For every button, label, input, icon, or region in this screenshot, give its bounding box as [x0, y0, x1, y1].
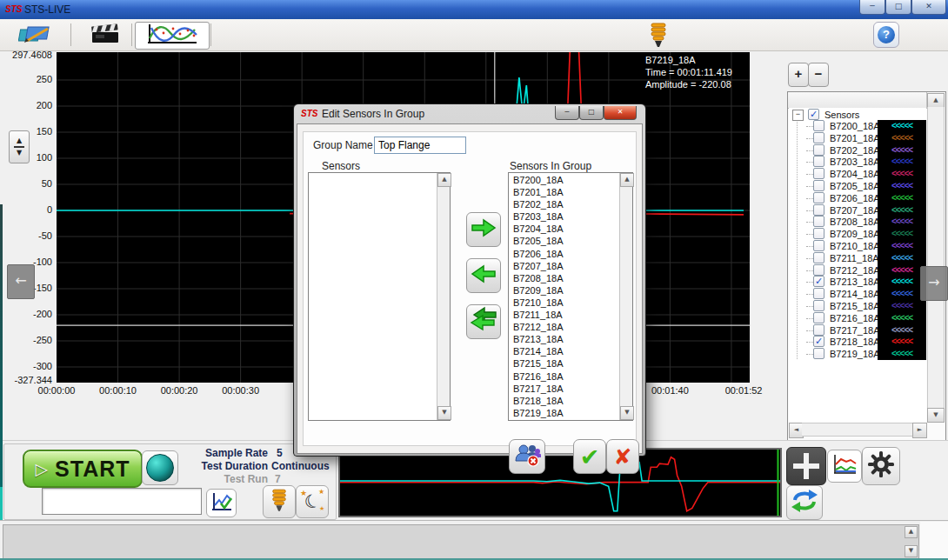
- sensor-checkbox[interactable]: ✓: [813, 336, 824, 347]
- tree-row[interactable]: B7209_18A<<<<<: [789, 228, 926, 240]
- sensor-label[interactable]: B7203_18A: [830, 156, 880, 168]
- page-back-button[interactable]: ←: [7, 264, 35, 299]
- tree-row[interactable]: B7203_18A<<<<<: [789, 156, 926, 168]
- tree-horizontal-scrollbar[interactable]: [802, 423, 912, 437]
- scroll-up-icon[interactable]: ▲: [620, 173, 634, 187]
- in-group-item[interactable]: B7213_18A: [509, 333, 618, 345]
- in-group-item[interactable]: B7219_18A: [509, 407, 618, 419]
- tree-row[interactable]: B7202_18A<<<<<: [789, 144, 926, 157]
- sensor-checkbox[interactable]: [813, 312, 824, 323]
- in-group-item[interactable]: B7202_18A: [509, 198, 618, 210]
- remove-from-group-button[interactable]: [466, 258, 501, 293]
- root-checkbox[interactable]: ✓: [808, 109, 819, 120]
- settings-button[interactable]: [862, 447, 900, 485]
- refresh-button[interactable]: [786, 485, 823, 520]
- sensor-checkbox[interactable]: [813, 216, 824, 227]
- status-log-box[interactable]: ▲ ▼: [3, 524, 919, 559]
- sensor-checkbox[interactable]: [813, 348, 824, 359]
- sensor-checkbox[interactable]: [813, 132, 824, 143]
- tree-row[interactable]: B7216_18A<<<<<: [789, 312, 926, 324]
- minimize-button[interactable]: ─: [859, 0, 885, 15]
- in-group-item[interactable]: B7207_18A: [509, 260, 618, 272]
- in-group-item[interactable]: B7212_18A: [509, 321, 618, 333]
- ok-button[interactable]: ✔: [573, 439, 606, 474]
- tree-row[interactable]: ✓B7218_18A<<<<<: [789, 336, 926, 348]
- in-group-item[interactable]: B7216_18A: [509, 370, 618, 383]
- in-group-item[interactable]: B7200_18A: [509, 174, 618, 186]
- sensor-label[interactable]: B7209_18A: [830, 228, 880, 240]
- remove-all-button[interactable]: [466, 304, 501, 339]
- sensor-label[interactable]: B7215_18A: [830, 300, 880, 312]
- sensor-checkbox[interactable]: [813, 168, 824, 179]
- in-group-item[interactable]: B7205_18A: [509, 235, 618, 247]
- sensor-checkbox[interactable]: [813, 120, 824, 131]
- sensor-label[interactable]: B7206_18A: [830, 192, 880, 204]
- in-group-item[interactable]: B7210_18A: [509, 297, 618, 309]
- sensor-checkbox[interactable]: [813, 144, 824, 156]
- in-group-item[interactable]: B7218_18A: [509, 395, 618, 407]
- tree-row[interactable]: B7205_18A<<<<<: [789, 180, 926, 192]
- in-group-item[interactable]: B7215_18A: [509, 357, 618, 370]
- sensor-label[interactable]: B7214_18A: [830, 288, 880, 300]
- sensor-label[interactable]: B7216_18A: [830, 312, 880, 324]
- tree-row[interactable]: B7214_18A<<<<<: [789, 288, 926, 300]
- start-button[interactable]: ▷ START: [23, 450, 143, 488]
- in-group-item[interactable]: B7209_18A: [509, 284, 618, 297]
- tree-row[interactable]: B7208_18A<<<<<: [789, 216, 926, 228]
- tab-charts[interactable]: [135, 22, 210, 50]
- zoom-in-button[interactable]: +: [788, 63, 809, 87]
- graph-style-button[interactable]: [827, 450, 862, 483]
- sensor-label[interactable]: B7204_18A: [830, 168, 880, 180]
- close-button[interactable]: ✕: [911, 0, 946, 15]
- sensor-checkbox[interactable]: ✓: [813, 276, 824, 287]
- sensor-checkbox[interactable]: [813, 288, 824, 299]
- sensor-label[interactable]: B7210_18A: [830, 240, 880, 252]
- tree-row[interactable]: B7217_18A<<<<<: [789, 324, 926, 337]
- notes-input[interactable]: [42, 488, 202, 515]
- sensor-label[interactable]: B7202_18A: [830, 144, 880, 157]
- night-mode-button[interactable]: ☾ ★ ★ ★: [296, 485, 329, 518]
- tree-scroll-up-icon[interactable]: ▲: [927, 93, 945, 108]
- run-indicator-button[interactable]: [142, 450, 178, 485]
- log-scroll-down-icon[interactable]: ▼: [905, 545, 918, 557]
- sensor-checkbox[interactable]: [813, 300, 824, 311]
- in-group-item[interactable]: B7201_18A: [509, 186, 618, 198]
- sensor-label[interactable]: B7213_18A: [830, 276, 880, 288]
- tree-row[interactable]: ✓B7213_18A<<<<<: [789, 276, 926, 288]
- in-group-scrollbar[interactable]: ▲ ▼: [619, 173, 632, 420]
- sensor-label[interactable]: B7200_18A: [830, 120, 880, 132]
- lamp-toggle-button[interactable]: [263, 485, 296, 518]
- sensor-checkbox[interactable]: [813, 264, 824, 276]
- in-group-item[interactable]: B7217_18A: [509, 383, 618, 395]
- delete-group-button[interactable]: [509, 439, 545, 474]
- scroll-up-icon[interactable]: ▲: [437, 173, 451, 187]
- cursor-crosshair-button[interactable]: [786, 447, 826, 485]
- in-group-item[interactable]: B7206_18A: [509, 248, 618, 260]
- sensor-checkbox[interactable]: [813, 180, 824, 191]
- sensor-label[interactable]: B7212_18A: [830, 264, 880, 277]
- dialog-minimize-button[interactable]: ─: [555, 106, 579, 120]
- sensor-label[interactable]: B7211_18A: [830, 252, 879, 264]
- sensor-label[interactable]: B7217_18A: [830, 324, 880, 337]
- sensor-label[interactable]: B7218_18A: [830, 336, 880, 348]
- sensor-checkbox[interactable]: [813, 228, 824, 239]
- spinner-down-icon[interactable]: ▼: [17, 150, 22, 157]
- tree-row[interactable]: B7207_18A<<<<<: [789, 204, 926, 217]
- available-sensors-listbox[interactable]: ▲ ▼: [308, 172, 451, 421]
- add-to-group-button[interactable]: [466, 212, 501, 247]
- sensors-in-group-listbox[interactable]: B7200_18AB7201_18AB7202_18AB7203_18AB720…: [508, 172, 633, 421]
- tree-row[interactable]: B7210_18A<<<<<: [789, 240, 926, 252]
- in-group-item[interactable]: B7203_18A: [509, 210, 618, 223]
- sensor-checkbox[interactable]: [813, 240, 824, 251]
- group-name-input[interactable]: [374, 137, 466, 154]
- cancel-button[interactable]: ✘: [606, 439, 639, 474]
- tree-scroll-down-icon[interactable]: ▼: [927, 408, 945, 423]
- tree-row[interactable]: B7211_18A<<<<<: [789, 252, 926, 264]
- sensor-checkbox[interactable]: [813, 204, 824, 216]
- tree-root-row[interactable]: − ✓ Sensors: [789, 109, 926, 121]
- tab-test-config[interactable]: [75, 22, 136, 50]
- sensor-label[interactable]: B7205_18A: [830, 180, 880, 192]
- sensor-checkbox[interactable]: [813, 192, 824, 203]
- log-scroll-up-icon[interactable]: ▲: [905, 526, 918, 538]
- sensor-label[interactable]: B7208_18A: [830, 216, 880, 228]
